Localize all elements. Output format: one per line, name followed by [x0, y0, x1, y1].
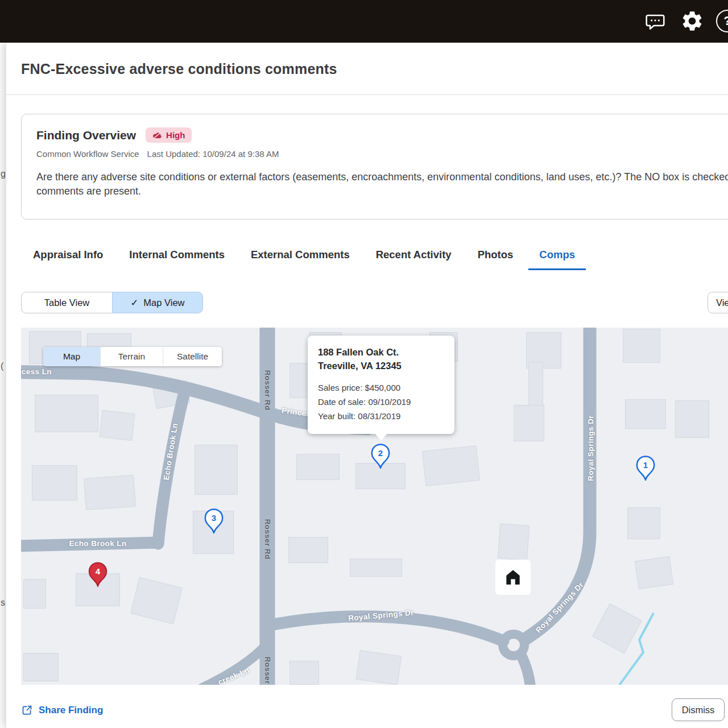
- road-label-echo-brook-horizontal: Echo Brook Ln: [69, 539, 126, 548]
- share-icon: [21, 704, 33, 716]
- share-finding-link[interactable]: Share Finding: [21, 704, 103, 716]
- tab-recent-activity[interactable]: Recent Activity: [376, 249, 452, 270]
- building: [296, 454, 340, 480]
- building: [195, 445, 238, 495]
- building: [528, 362, 543, 406]
- svg-text:1: 1: [643, 460, 648, 470]
- svg-text:2: 2: [378, 448, 383, 458]
- building: [130, 577, 183, 624]
- building: [514, 405, 544, 441]
- building: [152, 380, 190, 409]
- svg-text:4: 4: [96, 566, 101, 576]
- help-glyph: ?: [723, 14, 728, 28]
- tab-external-comments[interactable]: External Comments: [251, 249, 350, 270]
- view-toggle: Table View ✓ Map View: [21, 292, 203, 313]
- chat-icon[interactable]: [644, 10, 666, 35]
- building: [32, 465, 77, 500]
- building: [288, 537, 328, 563]
- finding-overview-card: Finding Overview High Common Workflow Se…: [21, 114, 728, 220]
- building: [498, 523, 530, 560]
- dismiss-button[interactable]: Dismiss: [672, 698, 725, 721]
- share-finding-label: Share Finding: [39, 705, 103, 716]
- building: [84, 475, 136, 510]
- view-options-button[interactable]: View: [708, 292, 728, 313]
- underlay-fragment: (: [1, 361, 3, 371]
- comp-pin-4[interactable]: 4: [88, 562, 107, 587]
- tab-appraisal-info[interactable]: Appraisal Info: [33, 249, 103, 270]
- severity-cloud-off-icon: [152, 131, 162, 139]
- title-divider: [6, 94, 728, 95]
- comp-pin-1[interactable]: 1: [636, 456, 655, 481]
- map-type-terrain-button[interactable]: Terrain: [100, 347, 163, 366]
- underlay-fragment: g: [1, 169, 6, 179]
- building: [23, 579, 46, 609]
- tab-bar: Appraisal Info Internal Comments Externa…: [33, 249, 575, 270]
- map-type-satellite-button[interactable]: Satellite: [163, 347, 222, 366]
- tab-comps[interactable]: Comps: [528, 249, 586, 270]
- comp-pin-2[interactable]: 2: [371, 444, 390, 469]
- building: [23, 653, 59, 681]
- map-view-button[interactable]: ✓ Map View: [112, 292, 203, 313]
- road-label-rosser-rd-bottom: Rosser Rd: [263, 656, 272, 685]
- building: [100, 410, 135, 441]
- road-label-rosser-rd-top: Rosser Rd: [263, 370, 272, 410]
- building: [592, 603, 642, 653]
- map-view-label: Map View: [143, 297, 184, 308]
- map-type-control: Map Terrain Satellite: [43, 347, 222, 366]
- table-view-button[interactable]: Table View: [21, 292, 112, 313]
- road-label-princess-ln-west: Princess Ln: [21, 367, 52, 376]
- building: [635, 556, 673, 589]
- page-title: FNC-Excessive adverse conditions comment…: [21, 61, 337, 77]
- road-label-rosser-rd-mid: Rosser Rd: [263, 519, 272, 559]
- svg-text:3: 3: [212, 513, 216, 523]
- underlay-fragment: s: [1, 598, 5, 608]
- comp-pin-3[interactable]: 3: [204, 508, 224, 533]
- check-icon: ✓: [131, 297, 139, 308]
- building: [623, 329, 660, 363]
- settings-gear-icon[interactable]: [680, 9, 704, 35]
- info-sales-price: Sales price: $450,000: [318, 380, 444, 395]
- tab-internal-comments[interactable]: Internal Comments: [129, 249, 225, 270]
- comps-map[interactable]: Princess Ln Princess Ln Rosser Rd Rosser…: [21, 328, 728, 685]
- finding-source: Common Workflow Service: [36, 149, 139, 159]
- help-icon[interactable]: ?: [716, 10, 728, 32]
- info-date-of-sale: Date of sale: 09/10/2019: [318, 395, 444, 409]
- severity-badge: High: [146, 127, 192, 143]
- top-app-bar: ?: [0, 0, 728, 43]
- view-options-label: View: [716, 297, 728, 308]
- building: [35, 395, 98, 432]
- severity-label: High: [166, 130, 185, 140]
- finding-description: Are there any adverse site conditions or…: [36, 170, 728, 198]
- building: [289, 661, 319, 685]
- building: [625, 399, 666, 429]
- tab-photos[interactable]: Photos: [478, 249, 514, 270]
- building: [350, 559, 402, 577]
- finding-modal: FNC-Excessive adverse conditions comment…: [6, 43, 728, 728]
- info-year-built: Year built: 08/31/2019: [318, 409, 444, 423]
- building: [675, 400, 709, 438]
- finding-overview-title: Finding Overview: [36, 129, 136, 142]
- building: [356, 650, 402, 685]
- home-marker-icon[interactable]: [503, 568, 523, 588]
- finding-last-updated: Last Updated: 10/09/24 at 9:38 AM: [147, 149, 279, 159]
- info-address-line2: Treeville, VA 12345: [318, 359, 444, 373]
- map-type-map-button[interactable]: Map: [43, 347, 100, 366]
- comp-info-window[interactable]: 188 Fallen Oak Ct. Treeville, VA 12345 S…: [308, 336, 454, 434]
- info-address-line1: 188 Fallen Oak Ct.: [318, 345, 444, 359]
- road-label-royal-springs-vertical: Royal Springs Dr: [586, 415, 595, 481]
- table-view-label: Table View: [44, 297, 90, 308]
- building: [627, 507, 660, 539]
- building: [422, 445, 480, 486]
